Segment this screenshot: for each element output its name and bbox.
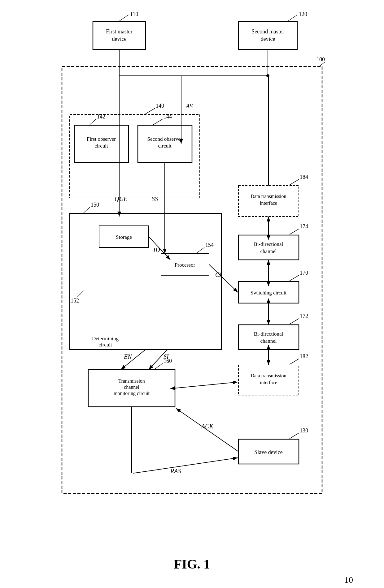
transmission-label1: Transmission [118, 378, 145, 384]
signal-ACK: ACK [201, 423, 214, 430]
diagram-container: First master device 110 Second master de… [53, 6, 331, 572]
signal-EN: EN [124, 353, 132, 360]
slave-label: Slave device [254, 449, 282, 455]
ref-170: 170 [300, 270, 308, 276]
switching-label: Switching circuit [251, 290, 287, 296]
bi-channel-174-box [238, 235, 299, 260]
ref-184: 184 [300, 174, 308, 180]
signal-AS: AS [185, 103, 193, 109]
data-tx-184-label2: interface [260, 200, 277, 206]
data-tx-184-label1: Data transmission [251, 194, 286, 199]
signal-QUE: QUE [115, 195, 127, 202]
first-observer-label2: circuit [94, 143, 108, 149]
svg-line-4 [119, 15, 129, 21]
fig-number: 10 [344, 575, 353, 585]
signal-ID: ID [153, 247, 160, 253]
ref-142: 142 [97, 114, 105, 120]
ref-174: 174 [300, 223, 308, 230]
ref-150: 150 [91, 202, 99, 208]
signal-SS: SS [152, 195, 158, 202]
first-observer-label1: First observer [87, 136, 116, 142]
second-master-box [238, 22, 297, 49]
determining-label2: circuit [98, 342, 112, 348]
data-tx-182-label1: Data transmission [251, 373, 286, 378]
second-observer-label1: Second observer [147, 136, 182, 142]
signal-CS: CS [215, 271, 222, 278]
ref-140: 140 [156, 103, 164, 109]
bi-channel-174-label2: channel [260, 248, 277, 254]
determining-label1: Determining [92, 336, 119, 341]
signal-RAS: RAS [170, 468, 181, 474]
second-master-label2: device [261, 36, 275, 42]
bi-channel-174-label1: Bi-directional [254, 241, 283, 247]
ref-110: 110 [130, 12, 138, 17]
ref-154: 154 [205, 242, 214, 248]
first-master-label1: First master [106, 28, 133, 35]
svg-line-6 [319, 62, 325, 67]
ref-130: 130 [300, 427, 308, 434]
bi-channel-172-box [238, 325, 299, 350]
second-master-label1: Second master [251, 28, 284, 35]
page: First master device 110 Second master de… [6, 6, 378, 588]
data-tx-182-label2: interface [260, 380, 277, 385]
fig-label: FIG. 1 [53, 557, 331, 572]
transmission-label3: monitoring circuit [114, 391, 150, 396]
first-master-label2: device [112, 36, 127, 42]
storage-label: Storage [116, 234, 132, 240]
ref-182: 182 [300, 353, 308, 359]
transmission-label2: channel [124, 384, 139, 390]
svg-line-5 [288, 15, 297, 21]
first-master-box [93, 22, 146, 49]
main-diagram: First master device 110 Second master de… [53, 12, 331, 554]
ref-152: 152 [71, 298, 79, 304]
ref-172: 172 [300, 313, 308, 319]
bi-channel-172-label1: Bi-directional [254, 331, 283, 337]
signal-SI: SI [164, 353, 169, 360]
bi-channel-172-label2: channel [260, 338, 277, 344]
junction-dot [266, 74, 269, 77]
ref-144: 144 [164, 114, 172, 120]
second-observer-label2: circuit [158, 143, 172, 149]
ref-120: 120 [299, 12, 307, 17]
processor-label: Processor [175, 262, 195, 268]
ref-100: 100 [316, 56, 325, 62]
